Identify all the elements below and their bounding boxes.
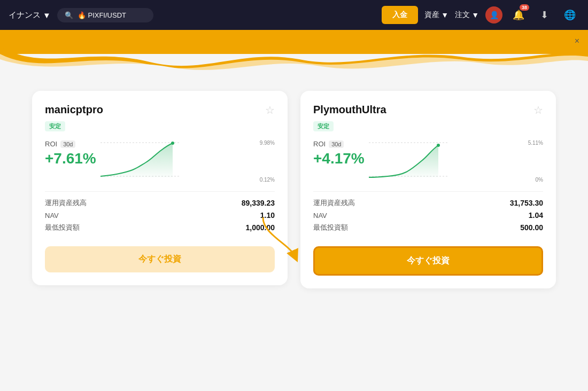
- language-button[interactable]: 🌐: [560, 5, 579, 25]
- card-1-nav-value: 1.10: [260, 211, 275, 220]
- search-ticker: 🔥 PIXFI/USDT: [78, 11, 126, 19]
- card-2-nav-label: NAV: [313, 212, 327, 220]
- globe-icon: 🌐: [564, 9, 576, 21]
- main-content: manicptpro ☆ 安定 ROI 30d +7.61% 9.98% 0.1…: [0, 78, 588, 301]
- brand-label: イナンス: [9, 10, 41, 20]
- card-1-aum-value: 89,339.23: [242, 199, 275, 207]
- card-2-roi-row: ROI 30d +4.17% 5.11% 0%: [313, 140, 543, 183]
- close-banner-button[interactable]: ×: [575, 36, 579, 46]
- card-2-nav-row: NAV 1.04: [313, 211, 543, 220]
- card-1-nav-row: NAV 1.10: [45, 211, 275, 220]
- card-1-chart: 9.98% 0.12%: [100, 140, 275, 183]
- svg-point-2: [171, 142, 174, 145]
- card-2-invest-button[interactable]: 今すぐ投資: [313, 246, 543, 276]
- svg-point-5: [437, 144, 440, 147]
- deposit-button[interactable]: 入金: [382, 6, 418, 24]
- card-manicptpro: manicptpro ☆ 安定 ROI 30d +7.61% 9.98% 0.1…: [32, 91, 288, 285]
- card-2-mininvest-value: 500.00: [520, 223, 543, 232]
- navbar: イナンス ▼ 🔍 🔥 PIXFI/USDT 入金 資産 ▼ 注文 ▼ 👤 🔔 3…: [0, 0, 588, 30]
- card-1-mininvest-value: 1,000.00: [246, 223, 275, 232]
- card-1-roi-value: +7.61%: [45, 150, 96, 167]
- card-2-stats: 運用資産残高 31,753.30 NAV 1.04 最低投資額 500.00: [313, 191, 543, 232]
- notification-badge: 38: [520, 4, 529, 11]
- card-1-roi-period: 30d: [60, 140, 75, 148]
- card-1-chart-max: 9.98%: [260, 140, 275, 146]
- card-2-mininvest-label: 最低投資額: [313, 223, 348, 232]
- card-2-aum-row: 運用資産残高 31,753.30: [313, 198, 543, 208]
- search-icon: 🔍: [65, 11, 73, 19]
- card-1-nav-label: NAV: [45, 212, 59, 220]
- card-1-chart-min: 0.12%: [260, 177, 275, 183]
- card-2-header: PlymouthUltra ☆: [313, 104, 543, 116]
- card-2-title: PlymouthUltra: [313, 104, 386, 116]
- brand-chevron: ▼: [43, 11, 51, 20]
- nav-brand[interactable]: イナンス ▼: [9, 10, 51, 20]
- card-2-roi-value: +4.17%: [313, 150, 365, 167]
- card-2-chart-max: 5.11%: [528, 140, 543, 146]
- card-1-chart-svg: [100, 140, 186, 183]
- card-2-roi-left: ROI 30d +4.17%: [313, 140, 365, 167]
- card-1-title: manicptpro: [45, 104, 103, 116]
- download-icon: ⬇: [540, 9, 548, 21]
- card-1-mininvest-row: 最低投資額 1,000.00: [45, 223, 275, 232]
- card-1-favorite-icon[interactable]: ☆: [265, 104, 275, 116]
- notification-button[interactable]: 🔔 38: [509, 5, 528, 25]
- search-bar[interactable]: 🔍 🔥 PIXFI/USDT: [57, 8, 153, 22]
- wave-banner: ×: [0, 30, 588, 78]
- card-1-badge: 安定: [45, 121, 65, 131]
- card-1-roi-row: ROI 30d +7.61% 9.98% 0.12%: [45, 140, 275, 183]
- card-1-mininvest-label: 最低投資額: [45, 223, 80, 232]
- download-button[interactable]: ⬇: [535, 5, 554, 25]
- card-2-roi-label: ROI 30d: [313, 140, 365, 148]
- nav-orders[interactable]: 注文 ▼: [455, 10, 479, 20]
- card-plymouthultra: PlymouthUltra ☆ 安定 ROI 30d +4.17% 5.11% …: [300, 91, 556, 288]
- card-1-aum-row: 運用資産残高 89,339.23: [45, 198, 275, 208]
- card-2-chart-min: 0%: [536, 177, 543, 183]
- card-1-aum-label: 運用資産残高: [45, 198, 87, 208]
- nav-assets[interactable]: 資産 ▼: [424, 10, 448, 20]
- card-2-chart: 5.11% 0%: [369, 140, 543, 183]
- card-2-nav-value: 1.04: [529, 211, 543, 220]
- card-1-header: manicptpro ☆: [45, 104, 275, 116]
- card-2-badge: 安定: [313, 121, 334, 131]
- card-2-favorite-icon[interactable]: ☆: [533, 104, 543, 116]
- card-1-roi-left: ROI 30d +7.61%: [45, 140, 96, 167]
- card-1-invest-button[interactable]: 今すぐ投資: [45, 246, 275, 272]
- user-avatar[interactable]: 👤: [485, 6, 502, 24]
- card-2-chart-svg: [369, 140, 454, 183]
- card-1-stats: 運用資産残高 89,339.23 NAV 1.10 最低投資額 1,000.00: [45, 191, 275, 232]
- card-2-aum-label: 運用資産残高: [313, 198, 355, 208]
- card-1-roi-label: ROI 30d: [45, 140, 96, 148]
- card-2-aum-value: 31,753.30: [510, 199, 543, 207]
- card-2-mininvest-row: 最低投資額 500.00: [313, 223, 543, 232]
- card-2-roi-period: 30d: [329, 140, 344, 148]
- bell-icon: 🔔: [513, 9, 524, 21]
